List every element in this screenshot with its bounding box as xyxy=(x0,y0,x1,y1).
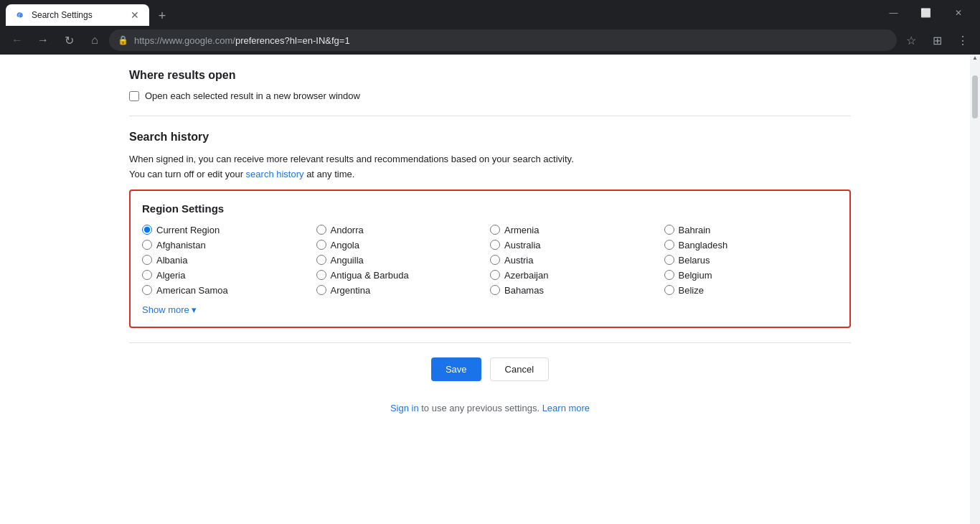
region-option-belarus: Belarus xyxy=(664,255,839,266)
region-radio-current[interactable] xyxy=(142,225,152,235)
region-radio-armenia[interactable] xyxy=(490,225,500,235)
region-radio-argentina[interactable] xyxy=(316,285,326,295)
tab-title: Search Settings xyxy=(32,10,123,20)
region-option-belize: Belize xyxy=(664,285,839,296)
region-radio-bangladesh[interactable] xyxy=(664,240,674,250)
page-content: Where results open Open each selected re… xyxy=(0,55,980,524)
region-label-american-samoa: American Samoa xyxy=(156,285,228,296)
region-radio-bahrain[interactable] xyxy=(664,225,674,235)
region-label-albania: Albania xyxy=(156,255,187,266)
region-radio-austria[interactable] xyxy=(490,255,500,265)
window-controls: — ⬜ ✕ xyxy=(877,0,974,26)
google-favicon xyxy=(14,9,26,21)
region-label-andorra: Andorra xyxy=(331,225,364,235)
region-label-bangladesh: Bangladesh xyxy=(679,240,728,251)
reload-button[interactable]: ↻ xyxy=(57,29,80,52)
search-history-section: Search history When signed in, you can r… xyxy=(129,116,851,343)
region-option-albania: Albania xyxy=(142,255,316,266)
region-option-algeria: Algeria xyxy=(142,270,316,281)
scrollbar-thumb[interactable] xyxy=(972,75,978,118)
region-label-belgium: Belgium xyxy=(679,270,712,281)
region-option-austria: Austria xyxy=(490,255,664,266)
tab-close-button[interactable]: ✕ xyxy=(129,9,141,21)
region-option-anguilla: Anguilla xyxy=(316,255,491,266)
open-new-window-checkbox[interactable] xyxy=(129,91,139,101)
show-more-link[interactable]: Show more ▾ xyxy=(142,304,197,315)
region-label-argentina: Argentina xyxy=(331,285,371,296)
browser-body: Where results open Open each selected re… xyxy=(0,55,980,524)
region-radio-australia[interactable] xyxy=(490,240,500,250)
region-label-belize: Belize xyxy=(679,285,704,296)
back-button[interactable]: ← xyxy=(6,29,29,52)
region-option-antigua: Antigua & Barbuda xyxy=(316,270,491,281)
region-radio-anguilla[interactable] xyxy=(316,255,326,265)
minimize-button[interactable]: — xyxy=(877,0,910,26)
region-radio-algeria[interactable] xyxy=(142,270,152,280)
region-label-afghanistan: Afghanistan xyxy=(156,240,206,251)
url-path: preferences?hl=en-IN&fg=1 xyxy=(235,35,350,46)
signin-row: Sign in to use any previous settings. Le… xyxy=(129,396,851,428)
region-option-bangladesh: Bangladesh xyxy=(664,240,839,251)
region-option-american-samoa: American Samoa xyxy=(142,285,316,296)
region-radio-belize[interactable] xyxy=(664,285,674,295)
region-label-bahrain: Bahrain xyxy=(679,225,711,235)
region-radio-azerbaijan[interactable] xyxy=(490,270,500,280)
region-radio-belarus[interactable] xyxy=(664,255,674,265)
open-new-window-label: Open each selected result in a new brows… xyxy=(145,90,360,101)
region-label-bahamas: Bahamas xyxy=(504,285,544,296)
region-radio-afghanistan[interactable] xyxy=(142,240,152,250)
region-option-angola: Angola xyxy=(316,240,491,251)
region-settings-title: Region Settings xyxy=(142,202,838,215)
home-button[interactable]: ⌂ xyxy=(83,29,106,52)
region-radio-antigua[interactable] xyxy=(316,270,326,280)
region-settings-box: Region Settings Current Region Andorra xyxy=(129,190,851,328)
region-label-current: Current Region xyxy=(156,225,220,235)
browser-chrome: Search Settings ✕ + — ⬜ ✕ xyxy=(0,0,980,26)
bookmark-button[interactable]: ☆ xyxy=(900,29,923,52)
address-bar[interactable]: 🔒 https://www.google.com/preferences?hl=… xyxy=(109,29,897,51)
button-row: Save Cancel xyxy=(129,343,851,396)
region-option-azerbaijan: Azerbaijan xyxy=(490,270,664,281)
search-history-description: When signed in, you can receive more rel… xyxy=(129,152,851,182)
region-label-algeria: Algeria xyxy=(156,270,185,281)
region-option-armenia: Armenia xyxy=(490,225,664,235)
region-grid: Current Region Andorra Armenia Bahr xyxy=(142,225,838,296)
region-label-austria: Austria xyxy=(504,255,533,266)
region-option-bahamas: Bahamas xyxy=(490,285,664,296)
region-option-bahrain: Bahrain xyxy=(664,225,839,235)
new-tab-button[interactable]: + xyxy=(152,6,172,26)
region-radio-angola[interactable] xyxy=(316,240,326,250)
chrome-menu-button[interactable]: ⋮ xyxy=(951,29,974,52)
lock-icon: 🔒 xyxy=(118,35,128,45)
region-label-belarus: Belarus xyxy=(679,255,710,266)
region-label-armenia: Armenia xyxy=(504,225,539,235)
scrollbar-track: ▲ xyxy=(970,55,980,524)
region-label-australia: Australia xyxy=(504,240,541,251)
region-radio-belgium[interactable] xyxy=(664,270,674,280)
search-history-link[interactable]: search history xyxy=(246,169,304,179)
where-results-open-title: Where results open xyxy=(129,69,851,82)
region-option-australia: Australia xyxy=(490,240,664,251)
url-base: https://www.google.com/ xyxy=(134,35,235,46)
region-radio-andorra[interactable] xyxy=(316,225,326,235)
region-radio-albania[interactable] xyxy=(142,255,152,265)
forward-button[interactable]: → xyxy=(32,29,55,52)
save-button[interactable]: Save xyxy=(431,357,481,381)
cancel-button[interactable]: Cancel xyxy=(490,357,549,381)
content-inner: Where results open Open each selected re… xyxy=(0,55,980,428)
region-label-antigua: Antigua & Barbuda xyxy=(331,270,409,281)
region-radio-bahamas[interactable] xyxy=(490,285,500,295)
learn-more-link[interactable]: Learn more xyxy=(542,403,590,413)
active-tab[interactable]: Search Settings ✕ xyxy=(6,4,149,26)
nav-bar: ← → ↻ ⌂ 🔒 https://www.google.com/prefere… xyxy=(0,26,980,55)
scrollbar-up-arrow[interactable]: ▲ xyxy=(972,55,978,61)
where-results-open-section: Where results open Open each selected re… xyxy=(129,55,851,116)
close-button[interactable]: ✕ xyxy=(942,0,974,26)
region-option-argentina: Argentina xyxy=(316,285,491,296)
url-display: https://www.google.com/preferences?hl=en… xyxy=(134,35,888,46)
sign-in-link[interactable]: Sign in xyxy=(390,403,419,413)
region-radio-american-samoa[interactable] xyxy=(142,285,152,295)
extensions-button[interactable]: ⊞ xyxy=(925,29,948,52)
maximize-button[interactable]: ⬜ xyxy=(910,0,942,26)
open-new-window-row: Open each selected result in a new brows… xyxy=(129,90,851,101)
